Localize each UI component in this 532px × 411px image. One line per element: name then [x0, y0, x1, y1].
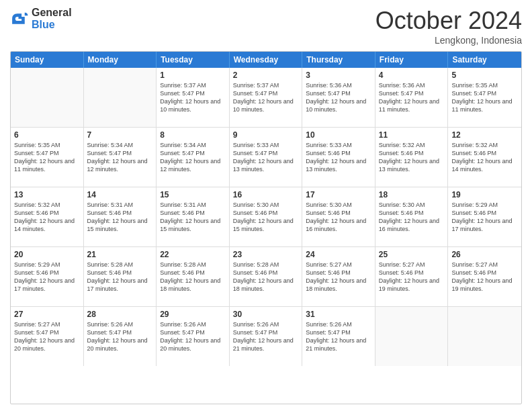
calendar-cell: 9Sunrise: 5:33 AM Sunset: 5:47 PM Daylig…	[230, 128, 303, 187]
calendar-cell: 30Sunrise: 5:26 AM Sunset: 5:47 PM Dayli…	[230, 307, 303, 366]
day-number: 15	[160, 190, 226, 199]
day-number: 29	[160, 310, 226, 319]
cell-info: Sunrise: 5:26 AM Sunset: 5:47 PM Dayligh…	[306, 320, 371, 353]
cell-info: Sunrise: 5:28 AM Sunset: 5:46 PM Dayligh…	[233, 261, 299, 293]
calendar-cell: 8Sunrise: 5:34 AM Sunset: 5:47 PM Daylig…	[157, 128, 230, 187]
cell-info: Sunrise: 5:35 AM Sunset: 5:47 PM Dayligh…	[451, 81, 518, 114]
day-number: 9	[233, 130, 299, 140]
cell-info: Sunrise: 5:33 AM Sunset: 5:46 PM Dayligh…	[306, 141, 371, 174]
day-number: 21	[87, 250, 153, 259]
day-number: 3	[306, 71, 371, 80]
logo: General Blue	[10, 7, 72, 30]
calendar-body: 1Sunrise: 5:37 AM Sunset: 5:47 PM Daylig…	[11, 68, 521, 366]
calendar-header-day: Thursday	[302, 52, 375, 68]
day-number: 26	[451, 250, 518, 259]
day-number: 7	[87, 130, 153, 140]
calendar-cell: 5Sunrise: 5:35 AM Sunset: 5:47 PM Daylig…	[448, 68, 521, 127]
logo-icon	[10, 9, 29, 28]
day-number: 6	[14, 130, 80, 140]
calendar-cell: 1Sunrise: 5:37 AM Sunset: 5:47 PM Daylig…	[157, 68, 230, 127]
calendar-header-day: Monday	[84, 52, 157, 68]
calendar-cell: 4Sunrise: 5:36 AM Sunset: 5:47 PM Daylig…	[375, 68, 449, 127]
calendar-header: SundayMondayTuesdayWednesdayThursdayFrid…	[11, 52, 521, 68]
day-number: 19	[451, 190, 518, 199]
logo-text: General Blue	[32, 7, 72, 30]
calendar-cell	[375, 307, 449, 366]
header: General Blue October 2024 Lengkong, Indo…	[10, 7, 522, 46]
cell-info: Sunrise: 5:32 AM Sunset: 5:46 PM Dayligh…	[14, 201, 80, 234]
calendar-header-day: Saturday	[448, 52, 521, 68]
calendar-header-day: Wednesday	[230, 52, 303, 68]
cell-info: Sunrise: 5:26 AM Sunset: 5:47 PM Dayligh…	[160, 320, 226, 353]
calendar: SundayMondayTuesdayWednesdayThursdayFrid…	[10, 51, 522, 404]
day-number: 11	[379, 130, 445, 140]
day-number: 31	[306, 310, 371, 319]
cell-info: Sunrise: 5:33 AM Sunset: 5:47 PM Dayligh…	[233, 141, 299, 174]
calendar-row: 13Sunrise: 5:32 AM Sunset: 5:46 PM Dayli…	[11, 187, 521, 246]
day-number: 1	[160, 71, 226, 80]
cell-info: Sunrise: 5:26 AM Sunset: 5:47 PM Dayligh…	[233, 320, 299, 353]
calendar-cell: 19Sunrise: 5:29 AM Sunset: 5:46 PM Dayli…	[448, 187, 521, 246]
calendar-cell: 28Sunrise: 5:26 AM Sunset: 5:47 PM Dayli…	[84, 307, 157, 366]
day-number: 10	[306, 130, 371, 140]
cell-info: Sunrise: 5:31 AM Sunset: 5:46 PM Dayligh…	[160, 201, 226, 234]
calendar-cell	[84, 68, 157, 127]
day-number: 22	[160, 250, 226, 259]
calendar-cell: 17Sunrise: 5:30 AM Sunset: 5:46 PM Dayli…	[302, 187, 375, 246]
calendar-header-day: Tuesday	[157, 52, 230, 68]
cell-info: Sunrise: 5:31 AM Sunset: 5:46 PM Dayligh…	[87, 201, 153, 234]
day-number: 8	[160, 130, 226, 140]
day-number: 16	[233, 190, 299, 199]
day-number: 17	[306, 190, 371, 199]
calendar-cell: 21Sunrise: 5:28 AM Sunset: 5:46 PM Dayli…	[84, 247, 157, 306]
day-number: 27	[14, 310, 80, 319]
cell-info: Sunrise: 5:37 AM Sunset: 5:47 PM Dayligh…	[233, 81, 299, 114]
calendar-cell: 14Sunrise: 5:31 AM Sunset: 5:46 PM Dayli…	[84, 187, 157, 246]
calendar-row: 1Sunrise: 5:37 AM Sunset: 5:47 PM Daylig…	[11, 68, 521, 127]
calendar-row: 27Sunrise: 5:27 AM Sunset: 5:47 PM Dayli…	[11, 306, 521, 366]
day-number: 25	[379, 250, 445, 259]
day-number: 5	[451, 71, 518, 80]
calendar-cell: 10Sunrise: 5:33 AM Sunset: 5:46 PM Dayli…	[302, 128, 375, 187]
calendar-cell: 22Sunrise: 5:28 AM Sunset: 5:46 PM Dayli…	[157, 247, 230, 306]
calendar-header-day: Sunday	[11, 52, 84, 68]
cell-info: Sunrise: 5:32 AM Sunset: 5:46 PM Dayligh…	[451, 141, 518, 174]
day-number: 4	[379, 71, 445, 80]
cell-info: Sunrise: 5:30 AM Sunset: 5:46 PM Dayligh…	[233, 201, 299, 234]
cell-info: Sunrise: 5:34 AM Sunset: 5:47 PM Dayligh…	[160, 141, 226, 174]
day-number: 28	[87, 310, 153, 319]
calendar-row: 6Sunrise: 5:35 AM Sunset: 5:47 PM Daylig…	[11, 127, 521, 187]
calendar-cell	[11, 68, 84, 127]
cell-info: Sunrise: 5:32 AM Sunset: 5:46 PM Dayligh…	[379, 141, 445, 174]
month-title: October 2024	[375, 7, 522, 35]
calendar-cell: 29Sunrise: 5:26 AM Sunset: 5:47 PM Dayli…	[157, 307, 230, 366]
day-number: 24	[306, 250, 371, 259]
calendar-cell: 11Sunrise: 5:32 AM Sunset: 5:46 PM Dayli…	[375, 128, 449, 187]
calendar-cell: 26Sunrise: 5:27 AM Sunset: 5:46 PM Dayli…	[448, 247, 521, 306]
page: General Blue October 2024 Lengkong, Indo…	[0, 0, 532, 411]
cell-info: Sunrise: 5:29 AM Sunset: 5:46 PM Dayligh…	[14, 261, 80, 293]
calendar-cell: 20Sunrise: 5:29 AM Sunset: 5:46 PM Dayli…	[11, 247, 84, 306]
location: Lengkong, Indonesia	[375, 35, 522, 46]
calendar-cell: 2Sunrise: 5:37 AM Sunset: 5:47 PM Daylig…	[230, 68, 303, 127]
cell-info: Sunrise: 5:34 AM Sunset: 5:47 PM Dayligh…	[87, 141, 153, 174]
day-number: 2	[233, 71, 299, 80]
day-number: 14	[87, 190, 153, 199]
day-number: 30	[233, 310, 299, 319]
cell-info: Sunrise: 5:27 AM Sunset: 5:46 PM Dayligh…	[306, 261, 371, 293]
cell-info: Sunrise: 5:28 AM Sunset: 5:46 PM Dayligh…	[87, 261, 153, 293]
cell-info: Sunrise: 5:29 AM Sunset: 5:46 PM Dayligh…	[451, 201, 518, 234]
calendar-cell: 23Sunrise: 5:28 AM Sunset: 5:46 PM Dayli…	[230, 247, 303, 306]
cell-info: Sunrise: 5:35 AM Sunset: 5:47 PM Dayligh…	[14, 141, 80, 174]
cell-info: Sunrise: 5:30 AM Sunset: 5:46 PM Dayligh…	[306, 201, 371, 234]
cell-info: Sunrise: 5:30 AM Sunset: 5:46 PM Dayligh…	[379, 201, 445, 234]
calendar-cell: 12Sunrise: 5:32 AM Sunset: 5:46 PM Dayli…	[448, 128, 521, 187]
cell-info: Sunrise: 5:28 AM Sunset: 5:46 PM Dayligh…	[160, 261, 226, 293]
cell-info: Sunrise: 5:36 AM Sunset: 5:47 PM Dayligh…	[379, 81, 445, 114]
calendar-cell: 31Sunrise: 5:26 AM Sunset: 5:47 PM Dayli…	[302, 307, 375, 366]
logo-blue-text: Blue	[32, 19, 72, 31]
calendar-cell: 6Sunrise: 5:35 AM Sunset: 5:47 PM Daylig…	[11, 128, 84, 187]
calendar-cell: 25Sunrise: 5:27 AM Sunset: 5:46 PM Dayli…	[375, 247, 449, 306]
cell-info: Sunrise: 5:37 AM Sunset: 5:47 PM Dayligh…	[160, 81, 226, 114]
cell-info: Sunrise: 5:27 AM Sunset: 5:46 PM Dayligh…	[451, 261, 518, 293]
